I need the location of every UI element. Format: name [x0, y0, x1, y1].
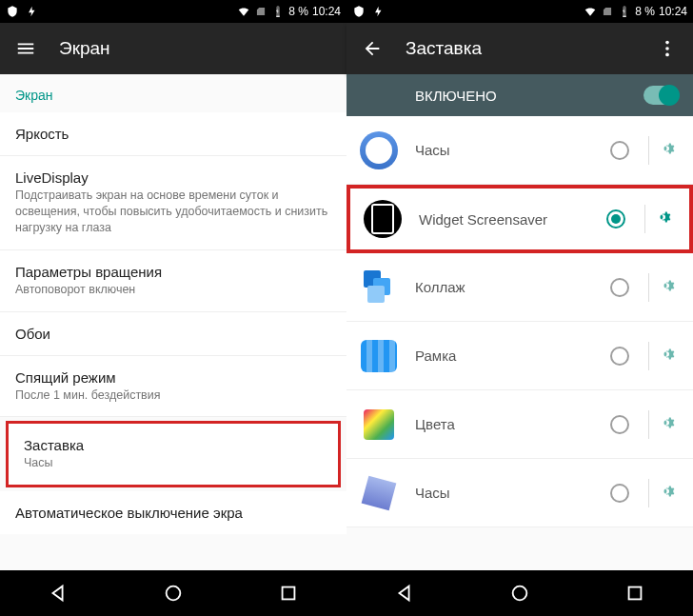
frame-icon — [360, 337, 398, 375]
bolt-icon — [371, 5, 385, 18]
back-button[interactable] — [48, 583, 69, 604]
widget-icon — [364, 200, 402, 238]
menu-icon[interactable] — [15, 38, 36, 59]
saver-row-frame[interactable]: Рамка — [346, 322, 693, 390]
gear-icon[interactable] — [655, 207, 676, 231]
bolt-icon — [25, 5, 38, 18]
radio-button[interactable] — [610, 415, 629, 434]
svg-point-5 — [513, 586, 527, 601]
row-rotation[interactable]: Параметры вращения Автоповорот включен — [0, 250, 346, 312]
recents-button[interactable] — [624, 583, 645, 604]
divider — [648, 410, 649, 439]
svg-rect-1 — [283, 587, 295, 600]
battery-percent: 8 % — [635, 5, 655, 18]
saver-row-clock[interactable]: Часы — [346, 116, 693, 185]
row-truncated[interactable]: Автоматическое выключение экра — [0, 491, 346, 534]
svg-point-4 — [665, 53, 669, 57]
divider — [644, 205, 645, 233]
radio-button[interactable] — [610, 278, 629, 297]
gear-icon[interactable] — [659, 275, 680, 300]
svg-rect-6 — [629, 587, 642, 600]
saver-label: Коллаж — [415, 279, 610, 295]
back-icon[interactable] — [362, 38, 383, 59]
home-button[interactable] — [163, 583, 184, 604]
clock-time: 10:24 — [312, 5, 341, 18]
recents-button[interactable] — [278, 583, 299, 604]
divider — [648, 342, 649, 370]
row-wallpaper[interactable]: Обои — [0, 312, 346, 356]
svg-point-3 — [665, 47, 669, 50]
gear-icon[interactable] — [659, 344, 680, 368]
settings-list: Экран Яркость LiveDisplay Подстраивать э… — [0, 74, 346, 570]
saver-row-widget[interactable]: Widget Screensaver — [346, 185, 693, 253]
appbar: Заставка — [346, 23, 693, 74]
cube-icon — [360, 474, 398, 512]
home-button[interactable] — [509, 583, 530, 604]
clock-time: 10:24 — [659, 5, 687, 18]
svg-point-0 — [167, 586, 181, 601]
page-title: Экран — [59, 38, 110, 59]
row-sleep[interactable]: Спящий режим После 1 мин. бездействия — [0, 356, 346, 418]
statusbar: 8 % 10:24 — [0, 0, 346, 23]
row-livedisplay[interactable]: LiveDisplay Подстраивать экран на основе… — [0, 156, 346, 250]
battery-icon — [618, 5, 631, 18]
phone-left: 8 % 10:24 Экран Экран Яркость LiveDispla… — [0, 0, 346, 616]
gear-icon[interactable] — [659, 412, 680, 437]
phone-right: 8 % 10:24 Заставка ВКЛЮЧЕНО ЧасыWidget S… — [346, 0, 693, 616]
divider — [648, 273, 649, 302]
saver-label: Цвета — [415, 416, 610, 432]
statusbar: 8 % 10:24 — [346, 0, 693, 23]
radio-button[interactable] — [610, 347, 629, 366]
clock-icon — [360, 131, 398, 169]
colors-icon — [360, 406, 398, 444]
section-label: Экран — [0, 74, 346, 112]
enabled-label: ВКЛЮЧЕНО — [415, 88, 497, 104]
navbar — [0, 570, 346, 616]
no-sim-icon — [254, 5, 267, 18]
gear-icon[interactable] — [659, 138, 680, 163]
saver-label: Widget Screensaver — [419, 211, 606, 228]
screensaver-list: ЧасыWidget ScreensaverКоллажРамкаЦветаЧа… — [346, 116, 693, 570]
collage-icon — [360, 268, 398, 307]
radio-button[interactable] — [610, 141, 629, 160]
saver-label: Рамка — [415, 348, 610, 364]
page-title: Заставка — [406, 38, 482, 59]
shield-icon — [6, 5, 19, 18]
svg-point-2 — [665, 41, 669, 45]
master-switch[interactable] — [644, 86, 678, 105]
wifi-icon — [237, 5, 250, 18]
battery-icon — [271, 5, 285, 18]
saver-row-cube[interactable]: Часы — [346, 459, 693, 527]
saver-row-colors[interactable]: Цвета — [346, 390, 693, 459]
gear-icon[interactable] — [659, 481, 680, 506]
wifi-icon — [584, 5, 597, 18]
navbar — [346, 570, 693, 616]
enabled-bar[interactable]: ВКЛЮЧЕНО — [346, 74, 693, 116]
saver-label: Часы — [415, 485, 610, 501]
battery-percent: 8 % — [288, 5, 308, 18]
radio-button[interactable] — [606, 209, 625, 229]
radio-button[interactable] — [610, 484, 629, 503]
shield-icon — [352, 5, 366, 18]
divider — [648, 479, 649, 507]
row-brightness[interactable]: Яркость — [0, 112, 346, 156]
row-screensaver[interactable]: Заставка Часы — [6, 421, 341, 487]
saver-row-collage[interactable]: Коллаж — [346, 253, 693, 322]
overflow-icon[interactable] — [657, 38, 678, 59]
no-sim-icon — [601, 5, 614, 18]
back-button[interactable] — [394, 583, 415, 604]
saver-label: Часы — [415, 142, 610, 158]
appbar: Экран — [0, 23, 346, 74]
divider — [648, 136, 649, 165]
